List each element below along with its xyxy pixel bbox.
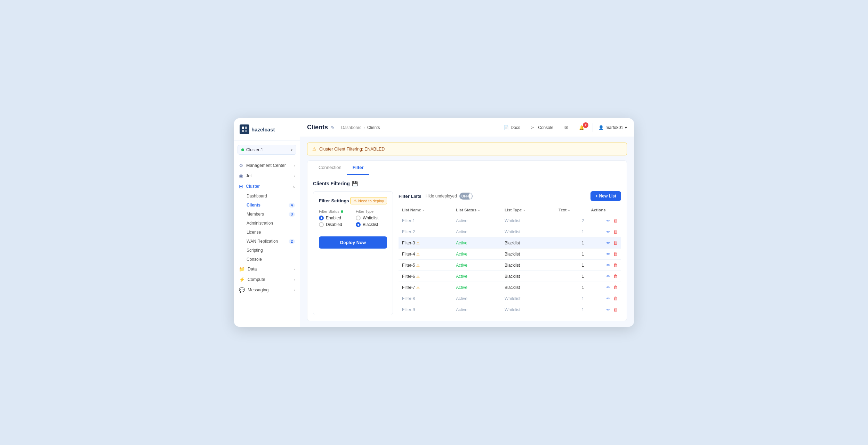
sort-text[interactable]: Text ⌄	[558, 208, 570, 212]
filter-lists-title: Filter Lists	[399, 194, 421, 199]
radio-enabled-label: Enabled	[326, 216, 341, 220]
sidebar-item-jet[interactable]: ◉ Jet ›	[234, 171, 300, 181]
edit-button[interactable]: ✏	[606, 218, 610, 223]
cell-type: Blacklist	[501, 249, 555, 260]
cell-actions: ✏ 🗑	[587, 249, 621, 260]
filter-lists-title-area: Filter Lists Hide undeployed OFF	[399, 193, 473, 200]
sidebar-item-license[interactable]: License	[234, 228, 300, 237]
radio-blacklist-label: Blacklist	[363, 222, 378, 227]
radio-blacklist[interactable]: Blacklist	[356, 222, 387, 227]
sidebar-item-label: Management Center	[246, 163, 286, 168]
edit-button[interactable]: ✏	[606, 307, 610, 312]
cell-name: Filter-4⚠	[399, 249, 452, 260]
warn-icon: ⚠	[416, 241, 420, 245]
wan-badge: 2	[289, 239, 295, 244]
sort-list-name[interactable]: List Name ⌄	[402, 208, 425, 212]
edit-button[interactable]: ✏	[606, 229, 610, 234]
filter-options-row: Filter Status Enabled	[319, 209, 387, 229]
table-row: Filter-5⚠ Active Blacklist 1 ✏ 🗑	[399, 260, 621, 271]
main-content: Clients ✎ Dashboard › Clients 📄 Docs >_ …	[300, 118, 634, 327]
sidebar-item-data[interactable]: 📁 Data ›	[234, 264, 300, 274]
delete-button[interactable]: 🗑	[613, 229, 618, 234]
mail-button[interactable]: ✉	[562, 124, 571, 131]
console-icon: >_	[531, 125, 536, 130]
clients-filtering-title: Clients Filtering 💾	[313, 181, 621, 186]
cell-actions: ✏ 🗑	[587, 237, 621, 249]
doc-icon: 📄	[504, 125, 509, 130]
sidebar-item-messaging[interactable]: 💬 Messaging ›	[234, 285, 300, 295]
sidebar-item-label: Cluster	[246, 184, 260, 189]
delete-button[interactable]: 🗑	[613, 218, 618, 223]
docs-button[interactable]: 📄 Docs	[501, 124, 523, 131]
chevron-icon: ›	[294, 174, 295, 178]
alert-text: Cluster Client Filtering: ENABLED	[319, 147, 385, 152]
radio-disabled[interactable]: Disabled	[319, 222, 350, 227]
data-icon: 📁	[239, 266, 245, 272]
toggle-switch[interactable]: OFF	[459, 193, 473, 200]
sidebar-item-console[interactable]: Console	[234, 255, 300, 264]
sidebar-item-scripting[interactable]: Scripting	[234, 246, 300, 255]
cell-actions: ✏ 🗑	[587, 271, 621, 282]
breadcrumb-clients: Clients	[367, 125, 380, 130]
edit-button[interactable]: ✏	[606, 274, 610, 279]
radio-whitelist[interactable]: Whitelist	[356, 216, 387, 220]
cluster-chevron-icon: ▾	[291, 148, 292, 152]
sort-list-status[interactable]: List Status ⌄	[456, 208, 480, 212]
edit-button[interactable]: ✏	[606, 262, 610, 268]
deploy-now-button[interactable]: Deploy Now	[319, 236, 387, 249]
delete-button[interactable]: 🗑	[613, 307, 618, 312]
filter-table: List Name ⌄ List Status ⌄ List Type ⌄	[399, 205, 621, 315]
delete-button[interactable]: 🗑	[613, 240, 618, 245]
delete-button[interactable]: 🗑	[613, 274, 618, 279]
cell-text: 2	[555, 215, 587, 226]
tab-connection[interactable]: Connection	[313, 161, 347, 175]
delete-button[interactable]: 🗑	[613, 285, 618, 290]
cell-name: Filter-6⚠	[399, 271, 452, 282]
compute-icon: ⚡	[239, 277, 245, 282]
messaging-icon: 💬	[239, 287, 245, 293]
sidebar-item-management-center[interactable]: ⚙ Management Center ›	[234, 160, 300, 171]
notifications-button[interactable]: 🔔 2	[576, 124, 587, 131]
cell-type: Blacklist	[501, 260, 555, 271]
sidebar-item-clients[interactable]: Clients 4	[234, 201, 300, 210]
delete-button[interactable]: 🗑	[613, 296, 618, 301]
new-list-button[interactable]: + New List	[590, 191, 621, 201]
svg-rect-2	[242, 130, 244, 132]
radio-disabled-label: Disabled	[326, 222, 342, 227]
delete-button[interactable]: 🗑	[613, 262, 618, 268]
edit-button[interactable]: ✏	[606, 240, 610, 245]
cell-status: Active	[452, 282, 501, 293]
console-button[interactable]: >_ Console	[529, 124, 556, 131]
filter-settings-header: Filter Settings ⚠ Need to deploy	[319, 197, 387, 204]
table-row: Filter-3⚠ Active Blacklist 1 ✏ 🗑	[399, 237, 621, 249]
sidebar-item-compute[interactable]: ⚡ Compute ›	[234, 274, 300, 285]
cluster-selector[interactable]: Cluster-1 ▾	[238, 145, 296, 155]
notification-badge: 2	[583, 122, 588, 128]
page-title-edit-icon[interactable]: ✎	[331, 125, 335, 130]
hide-undeployed-label: Hide undeployed	[426, 194, 457, 199]
warn-icon: ⚠	[416, 252, 420, 256]
breadcrumb-dashboard[interactable]: Dashboard	[341, 125, 362, 130]
sidebar-item-wan-replication[interactable]: WAN Replication 2	[234, 237, 300, 246]
edit-button[interactable]: ✏	[606, 285, 610, 290]
logo: hazelcast	[234, 118, 300, 141]
tab-filter[interactable]: Filter	[347, 161, 369, 175]
user-menu-button[interactable]: 👤 marfo801 ▾	[598, 125, 627, 130]
table-row: Filter-1 Active Whitelist 2 ✏ 🗑	[399, 215, 621, 226]
delete-button[interactable]: 🗑	[613, 251, 618, 257]
edit-button[interactable]: ✏	[606, 296, 610, 301]
sort-list-type[interactable]: List Type ⌄	[505, 208, 526, 212]
hide-undeployed-toggle[interactable]: Hide undeployed OFF	[426, 193, 473, 200]
radio-blacklist-circle	[356, 222, 361, 227]
table-row: Filter-9 Active Whitelist 1 ✏ 🗑	[399, 304, 621, 315]
filter-settings-panel: Filter Settings ⚠ Need to deploy Filter …	[313, 191, 393, 315]
toggle-knob	[468, 193, 472, 199]
sidebar-item-cluster[interactable]: ⊞ Cluster ∧	[234, 181, 300, 192]
edit-button[interactable]: ✏	[606, 251, 610, 257]
tab-filter-label: Filter	[353, 165, 364, 170]
sidebar-item-dashboard[interactable]: Dashboard	[234, 192, 300, 201]
sidebar-item-messaging-label: Messaging	[248, 288, 268, 292]
radio-enabled[interactable]: Enabled	[319, 216, 350, 220]
sidebar-item-administration[interactable]: Administration	[234, 219, 300, 228]
sidebar-item-members[interactable]: Members 3	[234, 210, 300, 219]
